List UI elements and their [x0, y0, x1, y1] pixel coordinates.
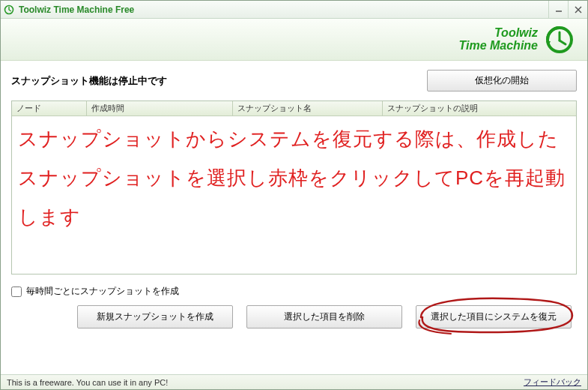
close-button[interactable]	[568, 1, 587, 18]
status-text: スナップショット機能は停止中です	[11, 74, 167, 88]
restore-system-button[interactable]: 選択した項目にシステムを復元	[416, 305, 572, 328]
table-header: ノード 作成時間 スナップショット名 スナップショットの説明	[12, 101, 576, 116]
minimize-button[interactable]	[548, 1, 568, 18]
brand-line2: Time Machine	[458, 40, 538, 52]
brand-text: Toolwiz Time Machine	[458, 27, 538, 52]
snapshot-table: ノード 作成時間 スナップショット名 スナップショットの説明 スナップショットか…	[11, 100, 577, 274]
status-row: スナップショット機能は停止中です 仮想化の開始	[11, 70, 577, 92]
hourly-snapshot-checkbox[interactable]	[11, 286, 22, 297]
feedback-link[interactable]: フィードバック	[524, 376, 581, 388]
col-created[interactable]: 作成時間	[87, 101, 233, 116]
window-controls	[548, 1, 587, 18]
start-virtualization-button[interactable]: 仮想化の開始	[427, 70, 577, 92]
titlebar: Toolwiz Time Machine Free	[1, 1, 587, 19]
app-window: Toolwiz Time Machine Free Toolwiz Time M…	[0, 0, 588, 390]
app-icon	[4, 4, 14, 15]
hourly-snapshot-row[interactable]: 毎時間ごとにスナップショットを作成	[11, 285, 577, 298]
brand-logo-icon	[544, 24, 575, 56]
col-desc[interactable]: スナップショットの説明	[383, 101, 576, 116]
brand-line1: Toolwiz	[458, 27, 538, 40]
window-title: Toolwiz Time Machine Free	[19, 4, 134, 15]
hourly-snapshot-label: 毎時間ごとにスナップショットを作成	[26, 285, 179, 298]
col-name[interactable]: スナップショット名	[233, 101, 383, 116]
svg-line-7	[560, 40, 566, 44]
annotation-overlay: スナップショットからシステムを復元する際は、作成したスナップショットを選択し赤枠…	[18, 119, 570, 236]
footer-bar: This is a freeware. You can use it in an…	[1, 374, 587, 389]
freeware-notice: This is a freeware. You can use it in an…	[7, 378, 168, 387]
delete-selected-button[interactable]: 選択した項目を削除	[246, 305, 402, 328]
col-node[interactable]: ノード	[12, 101, 87, 116]
header-bar: Toolwiz Time Machine	[1, 19, 587, 61]
create-snapshot-button[interactable]: 新規スナップショットを作成	[77, 305, 233, 328]
content-area: スナップショット機能は停止中です 仮想化の開始 ノード 作成時間 スナップショッ…	[1, 61, 587, 374]
action-button-row: 新規スナップショットを作成 選択した項目を削除 選択した項目にシステムを復元	[11, 305, 577, 328]
